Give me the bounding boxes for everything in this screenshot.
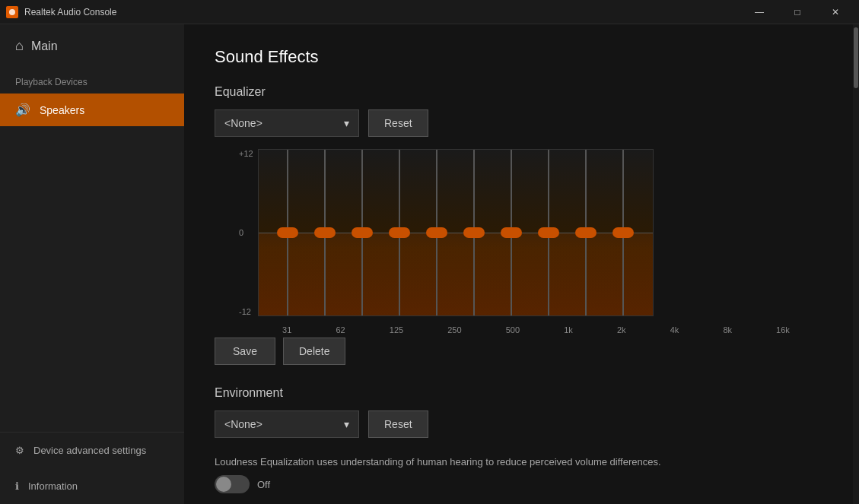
sidebar-bottom: ⚙ Device advanced settings ℹ Information	[0, 432, 184, 504]
eq-band-31	[278, 150, 297, 315]
titlebar: Realtek Audio Console — □ ✕	[0, 0, 859, 24]
eq-handle-125[interactable]	[352, 227, 373, 238]
eq-band-1k	[465, 150, 483, 315]
sidebar-item-information[interactable]: ℹ Information	[0, 468, 184, 504]
scrollbar-thumb[interactable]	[854, 27, 858, 88]
freq-label-250: 250	[447, 325, 461, 334]
eq-handle-2k[interactable]	[501, 227, 522, 238]
loudness-toggle[interactable]	[215, 475, 250, 493]
eq-handle-250[interactable]	[389, 227, 410, 238]
eq-band-125	[353, 150, 371, 315]
freq-label-62: 62	[336, 325, 345, 334]
freq-label-2k: 2k	[617, 325, 626, 334]
sidebar-item-device-advanced[interactable]: ⚙ Device advanced settings	[0, 433, 184, 468]
titlebar-left: Realtek Audio Console	[6, 6, 116, 18]
eq-band-62	[316, 150, 334, 315]
environment-section: Environment <None> ▾ Reset	[215, 386, 822, 438]
freq-label-1k: 1k	[564, 325, 573, 334]
minimize-button[interactable]: —	[742, 0, 777, 24]
equalizer-section: Equalizer <None> ▾ Reset +12 0 -12	[215, 85, 822, 365]
environment-controls-row: <None> ▾ Reset	[215, 410, 822, 438]
app-title: Realtek Audio Console	[24, 7, 116, 17]
freq-label-500: 500	[506, 325, 520, 334]
loudness-description: Loudness Equalization uses understanding…	[215, 456, 732, 468]
equalizer-reset-button[interactable]: Reset	[368, 109, 428, 137]
chevron-down-icon: ▾	[344, 117, 349, 129]
eq-handle-500[interactable]	[426, 227, 447, 238]
eq-track-125	[361, 150, 363, 315]
eq-handle-4k[interactable]	[538, 227, 559, 238]
eq-track-8k	[585, 150, 587, 315]
loudness-section: Loudness Equalization uses understanding…	[215, 456, 822, 493]
device-advanced-label: Device advanced settings	[33, 445, 146, 456]
home-icon: ⌂	[15, 38, 24, 54]
settings-icon: ⚙	[15, 445, 24, 456]
speakers-label: Speakers	[40, 104, 84, 116]
eq-track-31	[287, 150, 288, 315]
info-icon: ℹ	[15, 480, 19, 492]
freq-label-16k: 16k	[776, 325, 790, 334]
environment-reset-button[interactable]: Reset	[368, 410, 428, 438]
eq-band-8k	[577, 150, 595, 315]
sidebar-main-label: Main	[31, 40, 58, 53]
eq-band-4k	[539, 150, 558, 315]
freq-label-4k: 4k	[670, 325, 679, 334]
page-title: Sound Effects	[215, 47, 822, 67]
close-button[interactable]: ✕	[818, 0, 853, 24]
eq-track-250	[399, 150, 400, 315]
speaker-icon: 🔊	[15, 103, 30, 117]
equalizer-dropdown[interactable]: <None> ▾	[215, 109, 359, 137]
playback-devices-label: Playback Devices	[0, 68, 184, 94]
app-body: ⌂ Main Playback Devices 🔊 Speakers ⚙ Dev…	[0, 24, 859, 504]
eq-freq-labels: 31 62 125 250 500 1k 2k 4k 8k 16k	[239, 322, 822, 334]
titlebar-controls: — □ ✕	[742, 0, 853, 24]
freq-label-31: 31	[282, 325, 291, 334]
freq-label-125: 125	[390, 325, 403, 334]
equalizer-controls-row: <None> ▾ Reset	[215, 109, 822, 137]
sidebar-item-speakers[interactable]: 🔊 Speakers	[0, 94, 184, 126]
information-label: Information	[28, 480, 78, 492]
sidebar: ⌂ Main Playback Devices 🔊 Speakers ⚙ Dev…	[0, 24, 184, 504]
svg-point-0	[9, 9, 15, 15]
eq-handle-16k[interactable]	[612, 227, 634, 238]
eq-handle-1k[interactable]	[463, 227, 485, 238]
eq-y-zero: 0	[239, 228, 253, 237]
environment-title: Environment	[215, 386, 822, 400]
sidebar-item-main[interactable]: ⌂ Main	[0, 24, 184, 68]
eq-handle-62[interactable]	[314, 227, 336, 238]
equalizer-chart-wrapper: +12 0 -12	[239, 149, 822, 334]
equalizer-title: Equalizer	[215, 85, 822, 99]
equalizer-action-row: Save Delete	[215, 338, 822, 365]
eq-band-500	[428, 150, 446, 315]
eq-y-max: +12	[239, 149, 253, 158]
eq-handle-31[interactable]	[277, 227, 298, 238]
eq-band-16k	[614, 150, 632, 315]
eq-track-500	[436, 150, 437, 315]
loudness-toggle-knob	[216, 477, 231, 492]
loudness-toggle-label: Off	[257, 479, 270, 490]
environment-dropdown-value: <None>	[224, 418, 262, 430]
environment-dropdown[interactable]: <None> ▾	[215, 410, 359, 438]
eq-track-4k	[548, 150, 549, 315]
scrollbar-track[interactable]	[853, 24, 859, 504]
save-button[interactable]: Save	[215, 338, 275, 365]
eq-track-62	[324, 150, 326, 315]
app-icon	[6, 6, 18, 18]
delete-button[interactable]: Delete	[283, 338, 345, 365]
eq-track-1k	[473, 150, 475, 315]
equalizer-chart	[258, 149, 654, 316]
maximize-button[interactable]: □	[780, 0, 815, 24]
eq-band-2k	[502, 150, 520, 315]
eq-y-min: -12	[239, 307, 253, 316]
eq-track-2k	[511, 150, 512, 315]
freq-label-8k: 8k	[723, 325, 732, 334]
equalizer-dropdown-value: <None>	[224, 117, 262, 129]
eq-handle-8k[interactable]	[575, 227, 597, 238]
content-area: Sound Effects Equalizer <None> ▾ Reset +…	[184, 24, 853, 504]
eq-band-250	[390, 150, 409, 315]
env-chevron-down-icon: ▾	[344, 418, 349, 430]
loudness-toggle-wrapper: Off	[215, 475, 822, 493]
eq-track-16k	[622, 150, 624, 315]
